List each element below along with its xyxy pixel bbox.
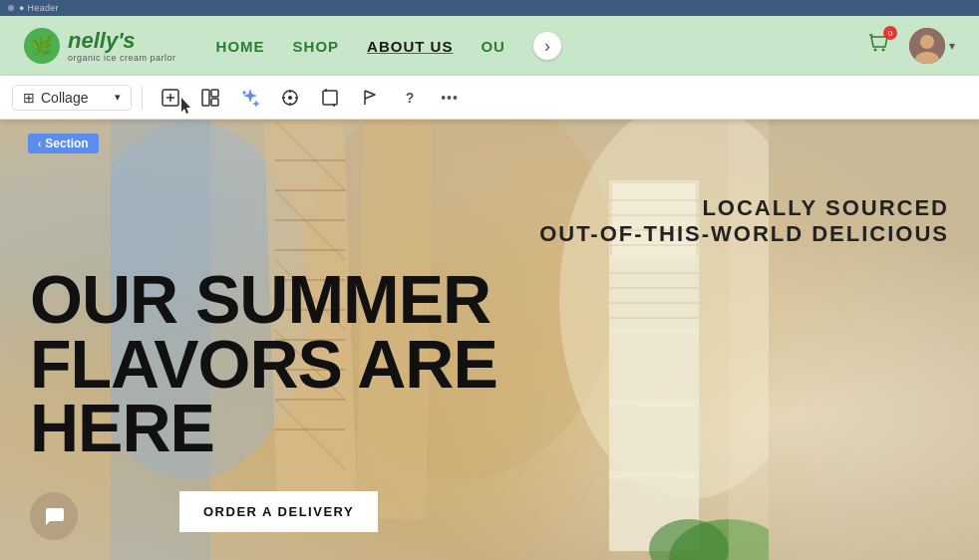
section-label[interactable]: ‹ Section (28, 134, 99, 153)
svg-point-1 (882, 49, 885, 52)
hero-heading-line2: FLAVORS ARE (30, 332, 497, 397)
svg-rect-17 (323, 91, 337, 105)
collage-dropdown-icon: ⊞ (23, 90, 35, 106)
help-icon: ? (406, 90, 415, 106)
svg-rect-43 (609, 328, 699, 408)
wix-bar-label: ● Header (19, 3, 59, 13)
wix-editor-bar: ● Header (0, 0, 979, 16)
help-button[interactable]: ? (392, 82, 428, 114)
nav-more-button[interactable]: › (533, 32, 561, 60)
hero-tagline: LOCALLY SOURCED OUT-OF-THIS-WORLD DELICI… (539, 195, 949, 247)
svg-rect-9 (211, 90, 218, 97)
site-nav: HOME SHOP ABOUT US OU › (216, 32, 865, 60)
header-right: 0 ▾ (865, 28, 955, 64)
chat-button[interactable] (30, 492, 78, 540)
section-chevron-icon: ‹ (38, 139, 41, 149)
avatar-chevron-icon: ▾ (949, 39, 955, 53)
nav-item-home[interactable]: HOME (216, 38, 265, 55)
nav-more-icon: › (544, 36, 550, 57)
section-label-text: Section (45, 137, 88, 150)
logo-text-area: nelly's organic ice cream parlor (68, 29, 176, 63)
nav-item-about[interactable]: ABOUT US (367, 38, 453, 55)
logo-name: nelly's (68, 29, 176, 53)
editor-toolbar: ⊞ Collage ▾ (0, 76, 979, 120)
layout-icon (200, 88, 220, 108)
svg-rect-10 (211, 99, 218, 106)
hero-section: OUR SUMMER FLAVORS ARE HERE LOCALLY SOUR… (0, 76, 979, 560)
avatar-image (909, 28, 945, 64)
svg-point-12 (288, 96, 292, 100)
add-section-button[interactable] (153, 82, 188, 114)
svg-rect-42 (609, 255, 699, 335)
more-icon: ••• (441, 90, 459, 106)
wix-bar-dot (8, 5, 14, 11)
svg-point-3 (920, 35, 934, 49)
collage-dropdown-arrow: ▾ (115, 91, 121, 104)
hero-heading-line3: HERE (30, 396, 497, 460)
nav-item-shop[interactable]: SHOP (293, 38, 340, 55)
hero-heading: OUR SUMMER FLAVORS ARE HERE (30, 267, 497, 460)
crop-button[interactable] (312, 82, 348, 114)
logo-area[interactable]: 🌿 nelly's organic ice cream parlor (24, 28, 176, 64)
avatar-button[interactable]: ▾ (909, 28, 955, 64)
svg-point-0 (874, 49, 877, 52)
chat-icon (42, 504, 66, 528)
hero-tagline-line2: OUT-OF-THIS-WORLD DELICIOUS (539, 221, 949, 247)
logo-icon: 🌿 (24, 28, 60, 64)
site-header: 🌿 nelly's organic ice cream parlor HOME … (0, 16, 979, 76)
hero-heading-line1: OUR SUMMER (30, 267, 497, 332)
add-section-icon (161, 88, 180, 108)
toolbar-divider-1 (142, 86, 143, 110)
logo-emoji: 🌿 (31, 35, 53, 57)
magic-button[interactable] (232, 82, 268, 114)
cart-button[interactable]: 0 (865, 30, 893, 62)
svg-rect-8 (202, 90, 209, 106)
flag-icon (360, 88, 380, 108)
crop-icon (320, 88, 340, 108)
collage-dropdown-label: Collage (41, 90, 88, 106)
more-button[interactable]: ••• (432, 82, 468, 114)
magic-icon (240, 88, 260, 108)
svg-rect-44 (609, 400, 699, 479)
flag-button[interactable] (352, 82, 388, 114)
collage-dropdown[interactable]: ⊞ Collage ▾ (12, 85, 132, 111)
arrange-button[interactable] (272, 82, 308, 114)
nav-item-other[interactable]: OU (481, 38, 505, 55)
hero-tagline-line1: LOCALLY SOURCED (539, 195, 949, 221)
logo-subtitle: organic ice cream parlor (68, 53, 176, 63)
cart-badge: 0 (883, 26, 897, 40)
user-avatar (909, 28, 945, 64)
layout-button[interactable] (192, 82, 228, 114)
order-delivery-button[interactable]: ORDER A DELIVERY (179, 491, 378, 532)
svg-rect-57 (729, 101, 769, 560)
arrange-icon (280, 88, 300, 108)
